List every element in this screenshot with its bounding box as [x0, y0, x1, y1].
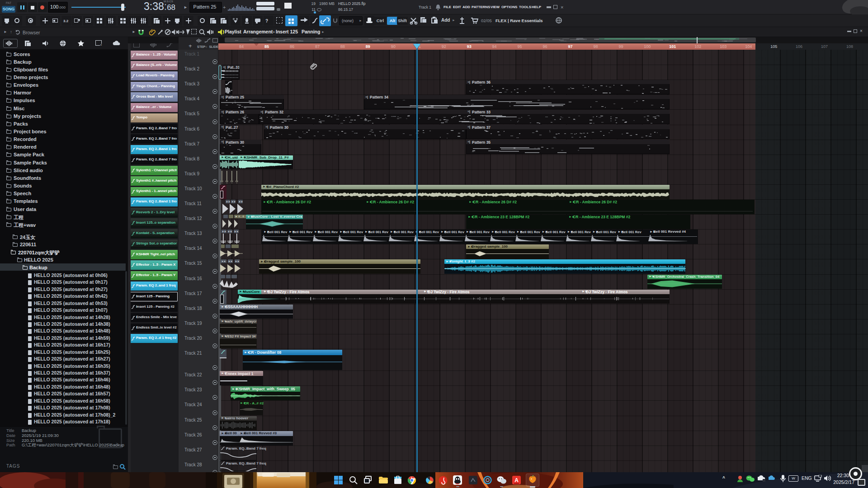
svg-text:A: A [514, 477, 519, 483]
